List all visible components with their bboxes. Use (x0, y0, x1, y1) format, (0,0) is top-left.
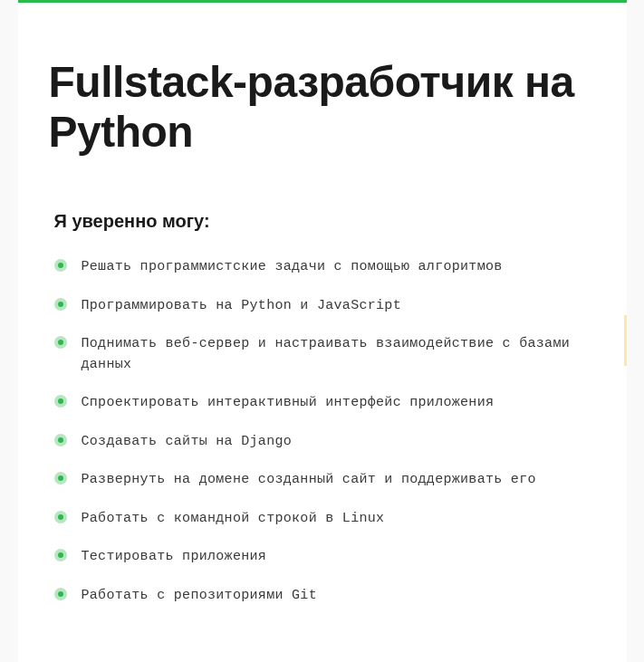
bullet-icon (54, 259, 67, 272)
list-item: Поднимать веб-сервер и настраивать взаим… (54, 334, 596, 375)
skill-text: Тестировать приложения (82, 547, 267, 568)
subtitle: Я уверенно могу: (54, 211, 596, 232)
skill-text: Спроектировать интерактивный интерфейс п… (82, 393, 495, 414)
bullet-icon (54, 588, 67, 600)
bullet-icon (54, 511, 67, 523)
skill-text: Создавать сайты на Django (82, 432, 293, 453)
skill-text: Развернуть на домене созданный сайт и по… (82, 470, 536, 491)
page-title: Fullstack-разработчик на Python (49, 57, 596, 157)
bullet-icon (54, 395, 67, 408)
content-area: Fullstack-разработчик на Python Я уверен… (18, 3, 627, 642)
skill-text: Программировать на Python и JavaScript (82, 296, 401, 317)
list-item: Программировать на Python и JavaScript (54, 296, 596, 317)
list-item: Спроектировать интерактивный интерфейс п… (54, 393, 596, 414)
skill-text: Решать программистские задачи с помощью … (82, 257, 503, 278)
list-item: Работать с командной строкой в Linux (54, 509, 596, 530)
main-container: Fullstack-разработчик на Python Я уверен… (18, 0, 627, 662)
bullet-icon (54, 298, 67, 311)
list-item: Работать с репозиториями Git (54, 586, 596, 607)
list-item: Решать программистские задачи с помощью … (54, 257, 596, 278)
skill-text: Работать с командной строкой в Linux (82, 509, 385, 530)
skill-text: Поднимать веб-сервер и настраивать взаим… (82, 334, 596, 375)
bullet-icon (54, 434, 67, 446)
list-item: Тестировать приложения (54, 547, 596, 568)
list-item: Развернуть на домене созданный сайт и по… (54, 470, 596, 491)
list-item: Создавать сайты на Django (54, 432, 596, 453)
bullet-icon (54, 549, 67, 561)
bullet-icon (54, 472, 67, 485)
skill-list: Решать программистские задачи с помощью … (49, 257, 596, 606)
skill-text: Работать с репозиториями Git (82, 586, 317, 607)
bullet-icon (54, 336, 67, 349)
side-accent (624, 315, 627, 366)
